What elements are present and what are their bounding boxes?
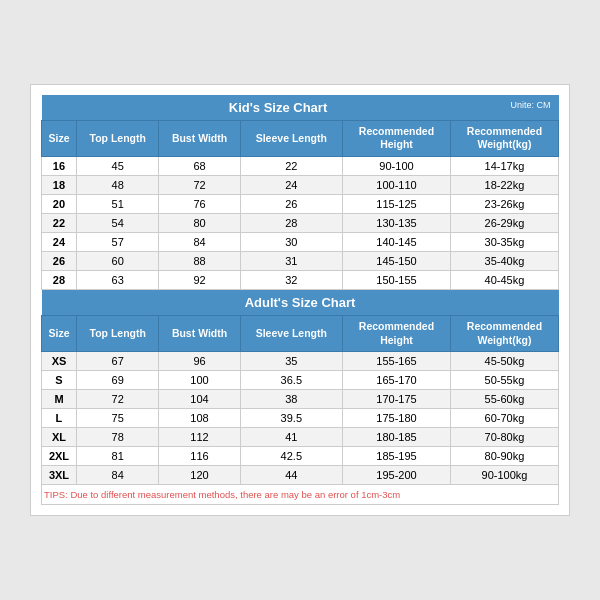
adults-height-l: 175-180 <box>343 409 451 428</box>
kids-bust-26: 88 <box>159 252 240 271</box>
adults-row-s: S 69 100 36.5 165-170 50-55kg <box>42 371 559 390</box>
adults-height-3xl: 195-200 <box>343 466 451 485</box>
kids-weight-28: 40-45kg <box>450 271 558 290</box>
adults-top-s: 69 <box>76 371 159 390</box>
kids-sleeve-20: 26 <box>240 195 342 214</box>
adults-header-height: RecommendedHeight <box>343 316 451 352</box>
kids-top-16: 45 <box>76 157 159 176</box>
kids-top-22: 54 <box>76 214 159 233</box>
adults-sleeve-2xl: 42.5 <box>240 447 342 466</box>
adults-weight-l: 60-70kg <box>450 409 558 428</box>
kids-top-24: 57 <box>76 233 159 252</box>
kids-weight-20: 23-26kg <box>450 195 558 214</box>
kids-unit: Unite: CM <box>510 100 554 110</box>
adults-header-weight: RecommendedWeight(kg) <box>450 316 558 352</box>
kids-sleeve-22: 28 <box>240 214 342 233</box>
adults-row-2xl: 2XL 81 116 42.5 185-195 80-90kg <box>42 447 559 466</box>
kids-row-26: 26 60 88 31 145-150 35-40kg <box>42 252 559 271</box>
kids-header-height: RecommendedHeight <box>343 120 451 156</box>
kids-top-28: 63 <box>76 271 159 290</box>
kids-header-top-length: Top Length <box>76 120 159 156</box>
kids-weight-22: 26-29kg <box>450 214 558 233</box>
adults-weight-3xl: 90-100kg <box>450 466 558 485</box>
adults-weight-xs: 45-50kg <box>450 352 558 371</box>
adults-header-bust-width: Bust Width <box>159 316 240 352</box>
adults-sleeve-xl: 41 <box>240 428 342 447</box>
adults-sleeve-xs: 35 <box>240 352 342 371</box>
adults-size-2xl: 2XL <box>42 447 77 466</box>
tips-text: TIPS: Due to different measurement metho… <box>42 485 559 505</box>
adults-top-3xl: 84 <box>76 466 159 485</box>
adults-bust-2xl: 116 <box>159 447 240 466</box>
adults-top-xs: 67 <box>76 352 159 371</box>
adults-top-l: 75 <box>76 409 159 428</box>
adults-bust-3xl: 120 <box>159 466 240 485</box>
kids-height-20: 115-125 <box>343 195 451 214</box>
adults-bust-xs: 96 <box>159 352 240 371</box>
adults-height-xs: 155-165 <box>343 352 451 371</box>
kids-sleeve-28: 32 <box>240 271 342 290</box>
adults-top-2xl: 81 <box>76 447 159 466</box>
adults-header-size: Size <box>42 316 77 352</box>
adults-bust-xl: 112 <box>159 428 240 447</box>
adults-row-m: M 72 104 38 170-175 55-60kg <box>42 390 559 409</box>
adults-bust-s: 100 <box>159 371 240 390</box>
adults-row-xs: XS 67 96 35 155-165 45-50kg <box>42 352 559 371</box>
adults-height-s: 165-170 <box>343 371 451 390</box>
adults-size-3xl: 3XL <box>42 466 77 485</box>
kids-height-24: 140-145 <box>343 233 451 252</box>
kids-bust-22: 80 <box>159 214 240 233</box>
adults-height-xl: 180-185 <box>343 428 451 447</box>
kids-row-28: 28 63 92 32 150-155 40-45kg <box>42 271 559 290</box>
kids-size-22: 22 <box>42 214 77 233</box>
adults-sleeve-s: 36.5 <box>240 371 342 390</box>
kids-height-18: 100-110 <box>343 176 451 195</box>
kids-size-16: 16 <box>42 157 77 176</box>
kids-bust-16: 68 <box>159 157 240 176</box>
adults-weight-2xl: 80-90kg <box>450 447 558 466</box>
adults-bust-m: 104 <box>159 390 240 409</box>
adults-size-s: S <box>42 371 77 390</box>
kids-bust-18: 72 <box>159 176 240 195</box>
kids-height-22: 130-135 <box>343 214 451 233</box>
adults-header-sleeve-length: Sleeve Length <box>240 316 342 352</box>
size-chart-container: Kid's Size Chart Unite: CM Size Top Leng… <box>30 84 570 517</box>
adults-section-header: Adult's Size Chart <box>42 290 559 316</box>
adults-height-2xl: 185-195 <box>343 447 451 466</box>
kids-sleeve-24: 30 <box>240 233 342 252</box>
kids-weight-16: 14-17kg <box>450 157 558 176</box>
adults-sleeve-m: 38 <box>240 390 342 409</box>
kids-header-weight: RecommendedWeight(kg) <box>450 120 558 156</box>
kids-height-28: 150-155 <box>343 271 451 290</box>
adults-weight-s: 50-55kg <box>450 371 558 390</box>
adults-weight-xl: 70-80kg <box>450 428 558 447</box>
kids-row-20: 20 51 76 26 115-125 23-26kg <box>42 195 559 214</box>
kids-sleeve-26: 31 <box>240 252 342 271</box>
adults-height-m: 170-175 <box>343 390 451 409</box>
adults-size-xs: XS <box>42 352 77 371</box>
adults-size-l: L <box>42 409 77 428</box>
kids-row-22: 22 54 80 28 130-135 26-29kg <box>42 214 559 233</box>
kids-title: Kid's Size Chart <box>229 100 327 115</box>
adults-sleeve-3xl: 44 <box>240 466 342 485</box>
kids-size-24: 24 <box>42 233 77 252</box>
kids-row-18: 18 48 72 24 100-110 18-22kg <box>42 176 559 195</box>
kids-weight-26: 35-40kg <box>450 252 558 271</box>
adults-top-m: 72 <box>76 390 159 409</box>
adults-col-header: Size Top Length Bust Width Sleeve Length… <box>42 316 559 352</box>
adults-weight-m: 55-60kg <box>450 390 558 409</box>
kids-sleeve-18: 24 <box>240 176 342 195</box>
kids-weight-18: 18-22kg <box>450 176 558 195</box>
adults-size-xl: XL <box>42 428 77 447</box>
adults-row-xl: XL 78 112 41 180-185 70-80kg <box>42 428 559 447</box>
kids-top-20: 51 <box>76 195 159 214</box>
kids-row-16: 16 45 68 22 90-100 14-17kg <box>42 157 559 176</box>
adults-title: Adult's Size Chart <box>245 295 356 310</box>
kids-height-16: 90-100 <box>343 157 451 176</box>
kids-row-24: 24 57 84 30 140-145 30-35kg <box>42 233 559 252</box>
kids-col-header: Size Top Length Bust Width Sleeve Length… <box>42 120 559 156</box>
kids-bust-20: 76 <box>159 195 240 214</box>
tips-row: TIPS: Due to different measurement metho… <box>42 485 559 505</box>
adults-bust-l: 108 <box>159 409 240 428</box>
kids-bust-28: 92 <box>159 271 240 290</box>
